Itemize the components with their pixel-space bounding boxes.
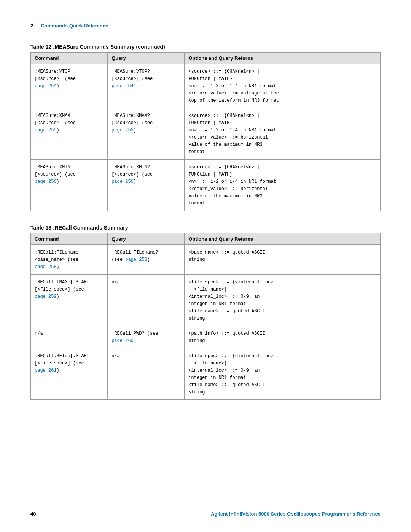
query-cell: n/a bbox=[108, 348, 185, 400]
table13: Command Query Options and Query Returns … bbox=[30, 233, 381, 400]
page-link[interactable]: page 256 bbox=[112, 179, 134, 184]
table12-number: Table 12 bbox=[30, 44, 53, 50]
page-link[interactable]: page 261 bbox=[35, 368, 57, 373]
page-link[interactable]: page 256 bbox=[35, 179, 57, 184]
table12-title: Table 12 :MEASure Commands Summary (cont… bbox=[30, 44, 381, 50]
query-cell: :RECall:PWD? (seepage 260) bbox=[108, 326, 185, 348]
table12: Command Query Options and Query Returns … bbox=[30, 52, 381, 211]
options-cell: <source> ::= {CHANnel<n> |FUNCtion | MAT… bbox=[185, 108, 381, 160]
options-cell: <path_info> ::= quoted ASCIIstring bbox=[185, 326, 381, 348]
options-cell: <file_spec> ::= {<internal_loc>| <file_n… bbox=[185, 275, 381, 326]
command-cell: :MEASure:XMIN[<source>] (seepage 256) bbox=[31, 160, 108, 211]
page-link[interactable]: page 258 bbox=[35, 264, 57, 270]
query-cell: :RECall:FILename?(see page 258) bbox=[108, 245, 185, 275]
command-cell: :MEASure:VTOP[<source>] (seepage 254) bbox=[31, 64, 108, 108]
table13-col-command: Command bbox=[31, 233, 108, 245]
page-link[interactable]: page 255 bbox=[112, 128, 134, 133]
header-chapter-title: Commands Quick Reference bbox=[41, 23, 108, 29]
page-link[interactable]: page 255 bbox=[35, 128, 57, 133]
query-cell: :MEASure:XMIN?[<source>] (seepage 256) bbox=[108, 160, 185, 211]
header-page-number: 2 bbox=[30, 23, 33, 29]
table-row: :RECall:IMAGe[:STARt][<file_spec>] (seep… bbox=[31, 275, 381, 326]
table12-col-command: Command bbox=[31, 53, 108, 64]
table-row: :MEASure:XMIN[<source>] (seepage 256):ME… bbox=[31, 160, 381, 211]
options-cell: <source> ::= {CHANnel<n> |FUNCtion | MAT… bbox=[185, 64, 381, 108]
table13-title-text: :RECall Commands Summary bbox=[53, 225, 128, 231]
options-cell: <source> ::= {CHANnel<n> |FUNCtion | MAT… bbox=[185, 160, 381, 211]
table-row: n/a:RECall:PWD? (seepage 260)<path_info>… bbox=[31, 326, 381, 348]
query-cell: :MEASure:VTOP?[<source>] (seepage 254) bbox=[108, 64, 185, 108]
table13-col-options: Options and Query Returns bbox=[185, 233, 381, 245]
table12-title-text: :MEASure Commands Summary (continued) bbox=[53, 44, 165, 50]
table-row: :RECall:FILename<base_name> (seepage 258… bbox=[31, 245, 381, 275]
table13-title: Table 13 :RECall Commands Summary bbox=[30, 225, 381, 231]
command-cell: n/a bbox=[31, 326, 108, 348]
page-header: 2 Commands Quick Reference bbox=[30, 23, 381, 29]
footer-page-number: 40 bbox=[30, 511, 36, 517]
table12-section: Table 12 :MEASure Commands Summary (cont… bbox=[30, 44, 381, 211]
page-link[interactable]: page 260 bbox=[112, 338, 134, 343]
query-cell: n/a bbox=[108, 275, 185, 326]
options-cell: <base_name> ::= quoted ASCIIstring bbox=[185, 245, 381, 275]
command-cell: :RECall:FILename<base_name> (seepage 258… bbox=[31, 245, 108, 275]
page-link[interactable]: page 254 bbox=[35, 83, 57, 89]
page-link[interactable]: page 254 bbox=[112, 83, 134, 89]
command-cell: :RECall:IMAGe[:STARt][<file_spec>] (seep… bbox=[31, 275, 108, 326]
page-link[interactable]: page 258 bbox=[125, 257, 147, 262]
footer-title: Agilent InfiniiVision 5000 Series Oscill… bbox=[211, 511, 381, 517]
table13-number: Table 13 bbox=[30, 225, 53, 231]
table13-col-query: Query bbox=[108, 233, 185, 245]
command-cell: :MEASure:XMAX[<source>] (seepage 255) bbox=[31, 108, 108, 160]
table-row: :MEASure:VTOP[<source>] (seepage 254):ME… bbox=[31, 64, 381, 108]
page-footer: 40 Agilent InfiniiVision 5000 Series Osc… bbox=[30, 511, 381, 517]
table12-col-options: Options and Query Returns bbox=[185, 53, 381, 64]
table12-col-query: Query bbox=[108, 53, 185, 64]
table13-section: Table 13 :RECall Commands Summary Comman… bbox=[30, 225, 381, 400]
command-cell: :RECall:SETup[:STARt][<file_spec>] (seep… bbox=[31, 348, 108, 400]
table-row: :MEASure:XMAX[<source>] (seepage 255):ME… bbox=[31, 108, 381, 160]
query-cell: :MEASure:XMAX?[<source>] (seepage 255) bbox=[108, 108, 185, 160]
table-row: :RECall:SETup[:STARt][<file_spec>] (seep… bbox=[31, 348, 381, 400]
options-cell: <file_spec> ::= {<internal_loc>| <file_n… bbox=[185, 348, 381, 400]
page-link[interactable]: page 259 bbox=[35, 294, 57, 299]
